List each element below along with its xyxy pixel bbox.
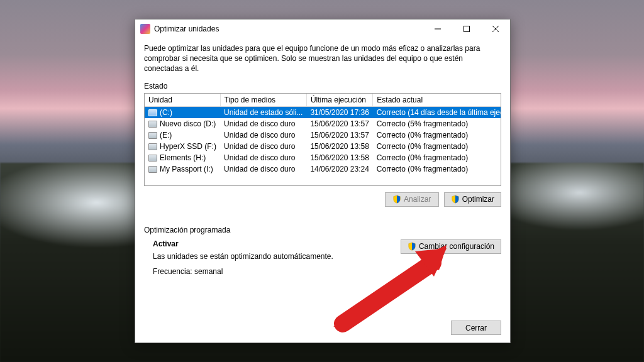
column-headers[interactable]: Unidad Tipo de medios Última ejecución E… (145, 94, 501, 107)
table-row[interactable]: (E:)Unidad de disco duro15/06/2020 13:57… (145, 129, 501, 141)
drive-icon (148, 132, 157, 139)
col-tipo[interactable]: Tipo de medios (220, 94, 306, 107)
window-title: Optimizar unidades (154, 25, 423, 33)
app-icon (140, 24, 150, 34)
table-row[interactable]: (C:)Unidad de estado sóli...31/05/2020 1… (145, 106, 501, 118)
drive-icon (148, 166, 157, 173)
drive-icon (148, 109, 157, 116)
drives-list[interactable]: Unidad Tipo de medios Última ejecución E… (144, 93, 501, 186)
titlebar[interactable]: Optimizar unidades (135, 19, 510, 38)
drive-icon (148, 143, 157, 150)
shield-icon (408, 242, 416, 251)
table-row[interactable]: Elements (H:)Unidad de disco duro15/06/2… (145, 152, 501, 163)
maximize-button[interactable] (452, 19, 481, 38)
schedule-activate-label: Activar (153, 239, 401, 248)
status-label: Estado (144, 82, 501, 90)
analyze-button[interactable]: Analizar (385, 192, 439, 207)
schedule-line1: Las unidades se están optimizando automá… (153, 252, 401, 261)
svg-rect-1 (464, 26, 470, 32)
minimize-button[interactable] (423, 19, 452, 38)
close-button[interactable] (481, 19, 510, 38)
optimize-drives-window: Optimizar unidades Puede optimizar las u… (135, 19, 511, 343)
table-row[interactable]: Nuevo disco (D:)Unidad de disco duro15/0… (145, 118, 501, 129)
optimize-button[interactable]: Optimizar (444, 192, 501, 207)
drive-icon (148, 121, 157, 128)
close-dialog-button[interactable]: Cerrar (451, 321, 501, 335)
shield-icon (451, 195, 460, 204)
table-row[interactable]: HyperX SSD (F:)Unidad de disco duro15/06… (145, 141, 501, 152)
description-text: Puede optimizar las unidades para que el… (144, 43, 501, 74)
table-row[interactable]: My Passport (I:)Unidad de disco duro14/0… (145, 163, 501, 175)
drive-icon (148, 155, 157, 162)
col-ultima[interactable]: Última ejecución (306, 94, 372, 107)
col-estado[interactable]: Estado actual (373, 94, 501, 107)
schedule-line2: Frecuencia: semanal (153, 267, 401, 276)
shield-icon (392, 195, 401, 204)
col-unidad[interactable]: Unidad (145, 94, 220, 107)
schedule-heading: Optimización programada (144, 226, 501, 234)
change-settings-button[interactable]: Cambiar configuración (401, 239, 501, 254)
